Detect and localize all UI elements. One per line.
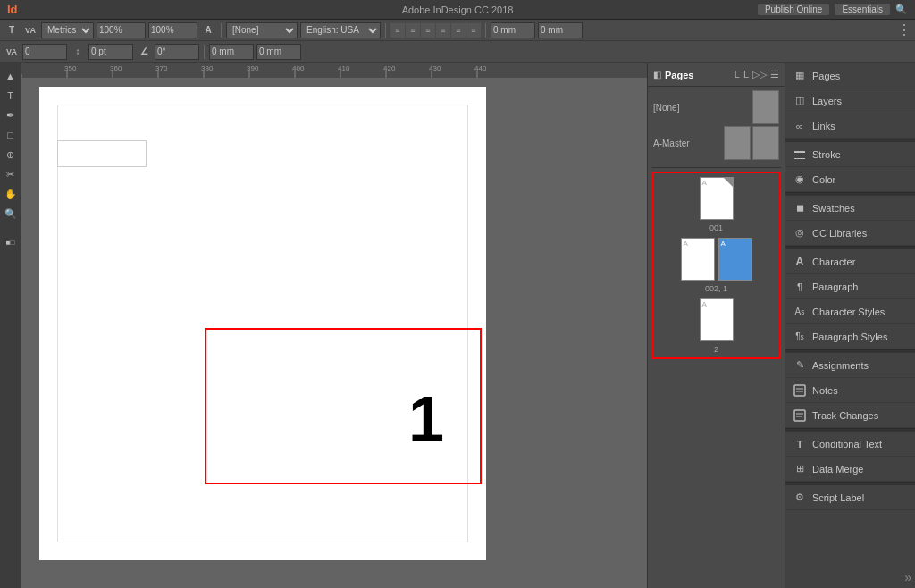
svg-text:380: 380 — [201, 64, 214, 72]
rp-item-conditional-text[interactable]: T Conditional Text — [785, 432, 915, 457]
canvas-page[interactable]: 1 — [39, 87, 486, 560]
layers-label: Layers — [812, 96, 842, 106]
align-right[interactable]: ≡ — [421, 23, 435, 38]
offset-input-4[interactable] — [256, 44, 301, 60]
font-select[interactable]: Metrics — [41, 22, 94, 38]
style-select[interactable]: [None] — [226, 22, 298, 38]
align-left[interactable]: ≡ — [390, 23, 405, 38]
rp-item-track-changes[interactable]: Track Changes — [785, 403, 915, 428]
track-changes-svg — [793, 408, 807, 423]
rp-item-character[interactable]: A Character — [785, 249, 915, 274]
more-icon[interactable]: ⋮ — [897, 22, 911, 38]
size-input-2[interactable] — [148, 22, 197, 38]
size-input-1[interactable] — [97, 22, 146, 38]
tool-zoom[interactable]: 🔍 — [2, 205, 20, 223]
page-thumb-001[interactable]: A — [700, 177, 734, 220]
rp-item-layers[interactable]: ◫ Layers — [785, 88, 915, 113]
search-icon[interactable]: 🔍 — [895, 4, 908, 15]
rp-item-character-styles[interactable]: As Character Styles — [785, 299, 915, 324]
rp-item-notes[interactable]: Notes — [785, 378, 915, 403]
canvas-area[interactable]: 350 360 370 380 390 400 410 420 430 440 — [21, 63, 647, 588]
selection-frame[interactable]: 1 — [205, 328, 482, 484]
app-title: Adobe InDesign CC 2018 — [402, 4, 514, 15]
baseline-input[interactable] — [88, 44, 133, 60]
tool-scissors[interactable]: ✂ — [2, 165, 20, 183]
thumb-img-002b[interactable]: A — [718, 238, 752, 281]
script-label-icon: ⚙ — [793, 491, 807, 505]
layers-icon: ◫ — [793, 94, 807, 108]
rp-item-paragraph[interactable]: ¶ Paragraph — [785, 274, 915, 299]
pages-icon: ▦ — [793, 69, 807, 83]
align-justify3[interactable]: ≡ — [466, 23, 481, 38]
tracking-input[interactable] — [22, 44, 67, 60]
pages-tab-label[interactable]: Pages — [665, 70, 693, 80]
panel-collapse-icon[interactable]: » — [904, 570, 911, 584]
character-label: Character — [812, 256, 855, 267]
page-header-box — [57, 140, 147, 167]
svg-marker-21 — [724, 178, 733, 187]
svg-rect-25 — [794, 385, 805, 396]
angle-input[interactable] — [155, 44, 199, 60]
thumb-img-002a[interactable]: A — [681, 238, 715, 281]
rp-item-paragraph-styles[interactable]: ¶s Paragraph Styles — [785, 324, 915, 349]
rp-item-script-label[interactable]: ⚙ Script Label — [785, 485, 915, 510]
panel-menu-icon[interactable]: ☰ — [770, 69, 779, 80]
tool-pen[interactable]: ✒ — [2, 106, 20, 124]
main-area: ▲ T ✒ □ ⊕ ✂ ✋ 🔍 ■□ 350 360 370 380 — [0, 63, 915, 588]
paragraph-styles-label: Paragraph Styles — [812, 332, 887, 342]
none-label: [None] — [653, 103, 679, 113]
master-pages-area: [None] A-Master — [648, 87, 785, 167]
character-styles-label: Character Styles — [812, 307, 885, 317]
align-center[interactable]: ≡ — [406, 23, 420, 38]
offset-input-2[interactable] — [538, 22, 583, 38]
workspace-btn[interactable]: Essentials — [835, 4, 890, 15]
panel-header-l1[interactable]: L — [735, 69, 740, 80]
svg-text:400: 400 — [292, 64, 305, 72]
tool-type[interactable]: T — [2, 87, 20, 105]
panel-header-icons: L L ▷▷ ☰ — [735, 69, 779, 80]
rp-item-cc-libraries[interactable]: ◎ CC Libraries — [785, 221, 915, 246]
rp-item-color[interactable]: ◉ Color — [785, 167, 915, 192]
panel-header-l2[interactable]: L — [743, 69, 749, 80]
none-thumb[interactable] — [752, 90, 779, 124]
amaster-thumb-left[interactable] — [724, 126, 751, 160]
rp-item-assignments[interactable]: ✎ Assignments — [785, 353, 915, 378]
tool-rect[interactable]: □ — [2, 126, 20, 144]
amaster-thumbs — [724, 126, 779, 160]
fill-stroke[interactable]: ■□ — [2, 233, 20, 251]
rp-item-stroke[interactable]: Stroke — [785, 142, 915, 167]
align-justify[interactable]: ≡ — [436, 23, 450, 38]
angle-icon: ∠ — [136, 44, 152, 60]
amaster-thumb-right[interactable] — [752, 126, 779, 160]
rp-item-pages[interactable]: ▦ Pages — [785, 63, 915, 88]
offset-input-1[interactable] — [491, 22, 535, 38]
char-icon: A — [200, 22, 216, 38]
assignments-label: Assignments — [812, 360, 869, 371]
tool-hand[interactable]: ✋ — [2, 185, 20, 203]
align-justify2[interactable]: ≡ — [451, 23, 466, 38]
page-thumb-002b[interactable]: A — [718, 238, 752, 281]
svg-text:430: 430 — [429, 64, 441, 72]
page-thumb-2[interactable]: A — [700, 298, 734, 341]
svg-rect-28 — [794, 410, 805, 421]
character-icon: A — [793, 255, 807, 269]
svg-text:360: 360 — [110, 64, 122, 72]
tool-select[interactable]: ▲ — [2, 67, 20, 85]
rp-item-data-merge[interactable]: ⊞ Data Merge — [785, 457, 915, 482]
lang-select[interactable]: English: USA — [300, 22, 381, 38]
offset-input-3[interactable] — [209, 44, 254, 60]
publish-online-btn[interactable]: Publish Online — [758, 4, 829, 15]
size-icon-2: ↕ — [70, 44, 86, 60]
rp-item-swatches[interactable]: ◼ Swatches — [785, 196, 915, 221]
thumb-img-001[interactable]: A — [700, 177, 734, 220]
toolbar-row-1: T VA Metrics A [None] English: USA ≡ ≡ ≡… — [0, 20, 915, 41]
page-num-label-002: 002, 1 — [657, 284, 776, 293]
svg-rect-22 — [794, 151, 805, 153]
panel-forward-icon[interactable]: ▷▷ — [752, 69, 767, 80]
thumb-img-2[interactable]: A — [700, 298, 734, 341]
rp-item-links[interactable]: ∞ Links — [785, 113, 915, 139]
tool-scale[interactable]: ⊕ — [2, 146, 20, 164]
page-thumb-002a[interactable]: A — [681, 238, 715, 281]
svg-text:370: 370 — [155, 64, 168, 72]
conditional-text-label: Conditional Text — [812, 439, 882, 449]
